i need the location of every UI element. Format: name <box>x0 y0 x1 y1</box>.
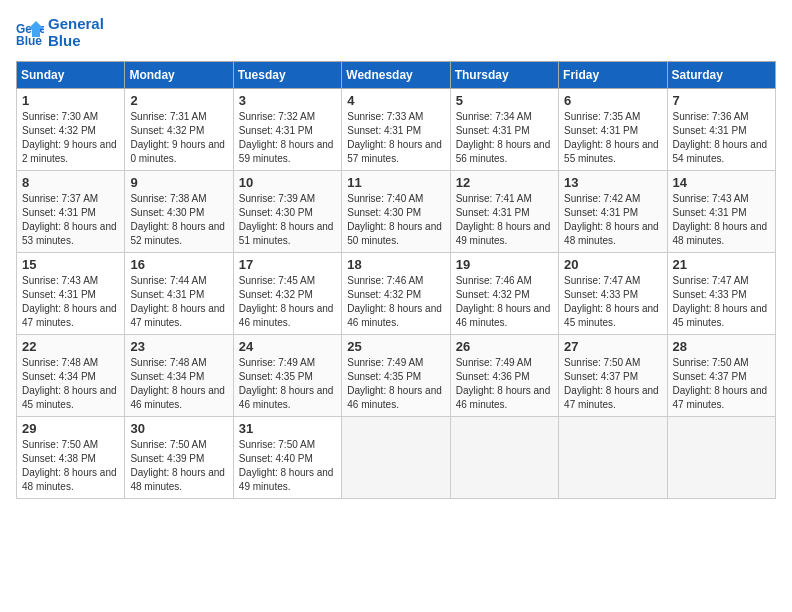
day-number: 7 <box>673 93 770 108</box>
day-detail: Sunrise: 7:48 AMSunset: 4:34 PMDaylight:… <box>22 356 119 412</box>
day-detail: Sunrise: 7:47 AMSunset: 4:33 PMDaylight:… <box>564 274 661 330</box>
day-detail: Sunrise: 7:46 AMSunset: 4:32 PMDaylight:… <box>456 274 553 330</box>
calendar-cell <box>559 417 667 499</box>
day-detail: Sunrise: 7:49 AMSunset: 4:35 PMDaylight:… <box>239 356 336 412</box>
weekday-header-monday: Monday <box>125 62 233 89</box>
day-detail: Sunrise: 7:42 AMSunset: 4:31 PMDaylight:… <box>564 192 661 248</box>
calendar-cell: 16Sunrise: 7:44 AMSunset: 4:31 PMDayligh… <box>125 253 233 335</box>
calendar-cell: 19Sunrise: 7:46 AMSunset: 4:32 PMDayligh… <box>450 253 558 335</box>
day-number: 10 <box>239 175 336 190</box>
day-detail: Sunrise: 7:33 AMSunset: 4:31 PMDaylight:… <box>347 110 444 166</box>
calendar-week-2: 8Sunrise: 7:37 AMSunset: 4:31 PMDaylight… <box>17 171 776 253</box>
weekday-header-thursday: Thursday <box>450 62 558 89</box>
day-number: 29 <box>22 421 119 436</box>
day-detail: Sunrise: 7:40 AMSunset: 4:30 PMDaylight:… <box>347 192 444 248</box>
logo-icon: General Blue <box>16 19 44 47</box>
calendar-cell: 6Sunrise: 7:35 AMSunset: 4:31 PMDaylight… <box>559 89 667 171</box>
calendar-week-1: 1Sunrise: 7:30 AMSunset: 4:32 PMDaylight… <box>17 89 776 171</box>
day-detail: Sunrise: 7:48 AMSunset: 4:34 PMDaylight:… <box>130 356 227 412</box>
calendar-body: 1Sunrise: 7:30 AMSunset: 4:32 PMDaylight… <box>17 89 776 499</box>
calendar-cell: 3Sunrise: 7:32 AMSunset: 4:31 PMDaylight… <box>233 89 341 171</box>
calendar-cell: 10Sunrise: 7:39 AMSunset: 4:30 PMDayligh… <box>233 171 341 253</box>
day-detail: Sunrise: 7:35 AMSunset: 4:31 PMDaylight:… <box>564 110 661 166</box>
day-detail: Sunrise: 7:32 AMSunset: 4:31 PMDaylight:… <box>239 110 336 166</box>
day-detail: Sunrise: 7:37 AMSunset: 4:31 PMDaylight:… <box>22 192 119 248</box>
day-number: 12 <box>456 175 553 190</box>
day-number: 1 <box>22 93 119 108</box>
day-number: 23 <box>130 339 227 354</box>
day-detail: Sunrise: 7:49 AMSunset: 4:36 PMDaylight:… <box>456 356 553 412</box>
calendar-cell: 21Sunrise: 7:47 AMSunset: 4:33 PMDayligh… <box>667 253 775 335</box>
day-number: 17 <box>239 257 336 272</box>
calendar-cell: 7Sunrise: 7:36 AMSunset: 4:31 PMDaylight… <box>667 89 775 171</box>
calendar-cell: 8Sunrise: 7:37 AMSunset: 4:31 PMDaylight… <box>17 171 125 253</box>
logo: General Blue GeneralBlue <box>16 16 104 49</box>
day-detail: Sunrise: 7:50 AMSunset: 4:37 PMDaylight:… <box>564 356 661 412</box>
calendar-cell <box>450 417 558 499</box>
calendar-cell: 4Sunrise: 7:33 AMSunset: 4:31 PMDaylight… <box>342 89 450 171</box>
calendar-cell: 23Sunrise: 7:48 AMSunset: 4:34 PMDayligh… <box>125 335 233 417</box>
calendar-cell: 29Sunrise: 7:50 AMSunset: 4:38 PMDayligh… <box>17 417 125 499</box>
weekday-header-tuesday: Tuesday <box>233 62 341 89</box>
day-detail: Sunrise: 7:36 AMSunset: 4:31 PMDaylight:… <box>673 110 770 166</box>
day-number: 16 <box>130 257 227 272</box>
day-number: 25 <box>347 339 444 354</box>
day-number: 5 <box>456 93 553 108</box>
calendar-cell: 14Sunrise: 7:43 AMSunset: 4:31 PMDayligh… <box>667 171 775 253</box>
day-detail: Sunrise: 7:46 AMSunset: 4:32 PMDaylight:… <box>347 274 444 330</box>
day-detail: Sunrise: 7:38 AMSunset: 4:30 PMDaylight:… <box>130 192 227 248</box>
calendar-cell: 5Sunrise: 7:34 AMSunset: 4:31 PMDaylight… <box>450 89 558 171</box>
day-number: 15 <box>22 257 119 272</box>
day-detail: Sunrise: 7:50 AMSunset: 4:40 PMDaylight:… <box>239 438 336 494</box>
day-detail: Sunrise: 7:30 AMSunset: 4:32 PMDaylight:… <box>22 110 119 166</box>
day-detail: Sunrise: 7:45 AMSunset: 4:32 PMDaylight:… <box>239 274 336 330</box>
day-number: 6 <box>564 93 661 108</box>
day-detail: Sunrise: 7:44 AMSunset: 4:31 PMDaylight:… <box>130 274 227 330</box>
calendar-cell <box>342 417 450 499</box>
day-detail: Sunrise: 7:39 AMSunset: 4:30 PMDaylight:… <box>239 192 336 248</box>
calendar-cell: 12Sunrise: 7:41 AMSunset: 4:31 PMDayligh… <box>450 171 558 253</box>
calendar-cell: 30Sunrise: 7:50 AMSunset: 4:39 PMDayligh… <box>125 417 233 499</box>
calendar-cell <box>667 417 775 499</box>
calendar-header-row: SundayMondayTuesdayWednesdayThursdayFrid… <box>17 62 776 89</box>
day-number: 26 <box>456 339 553 354</box>
calendar-cell: 25Sunrise: 7:49 AMSunset: 4:35 PMDayligh… <box>342 335 450 417</box>
logo-text: GeneralBlue <box>48 16 104 49</box>
day-number: 19 <box>456 257 553 272</box>
calendar-cell: 24Sunrise: 7:49 AMSunset: 4:35 PMDayligh… <box>233 335 341 417</box>
day-number: 27 <box>564 339 661 354</box>
day-detail: Sunrise: 7:41 AMSunset: 4:31 PMDaylight:… <box>456 192 553 248</box>
day-detail: Sunrise: 7:50 AMSunset: 4:38 PMDaylight:… <box>22 438 119 494</box>
day-number: 21 <box>673 257 770 272</box>
calendar-cell: 27Sunrise: 7:50 AMSunset: 4:37 PMDayligh… <box>559 335 667 417</box>
page-header: General Blue GeneralBlue <box>16 16 776 49</box>
calendar-cell: 26Sunrise: 7:49 AMSunset: 4:36 PMDayligh… <box>450 335 558 417</box>
day-number: 24 <box>239 339 336 354</box>
day-detail: Sunrise: 7:50 AMSunset: 4:39 PMDaylight:… <box>130 438 227 494</box>
weekday-header-wednesday: Wednesday <box>342 62 450 89</box>
calendar-cell: 1Sunrise: 7:30 AMSunset: 4:32 PMDaylight… <box>17 89 125 171</box>
day-detail: Sunrise: 7:47 AMSunset: 4:33 PMDaylight:… <box>673 274 770 330</box>
day-detail: Sunrise: 7:43 AMSunset: 4:31 PMDaylight:… <box>22 274 119 330</box>
day-detail: Sunrise: 7:34 AMSunset: 4:31 PMDaylight:… <box>456 110 553 166</box>
day-number: 20 <box>564 257 661 272</box>
day-number: 31 <box>239 421 336 436</box>
calendar-week-4: 22Sunrise: 7:48 AMSunset: 4:34 PMDayligh… <box>17 335 776 417</box>
calendar-cell: 15Sunrise: 7:43 AMSunset: 4:31 PMDayligh… <box>17 253 125 335</box>
weekday-header-friday: Friday <box>559 62 667 89</box>
calendar-table: SundayMondayTuesdayWednesdayThursdayFrid… <box>16 61 776 499</box>
day-detail: Sunrise: 7:43 AMSunset: 4:31 PMDaylight:… <box>673 192 770 248</box>
day-number: 2 <box>130 93 227 108</box>
calendar-week-5: 29Sunrise: 7:50 AMSunset: 4:38 PMDayligh… <box>17 417 776 499</box>
day-number: 11 <box>347 175 444 190</box>
day-detail: Sunrise: 7:49 AMSunset: 4:35 PMDaylight:… <box>347 356 444 412</box>
day-number: 4 <box>347 93 444 108</box>
calendar-cell: 2Sunrise: 7:31 AMSunset: 4:32 PMDaylight… <box>125 89 233 171</box>
day-detail: Sunrise: 7:31 AMSunset: 4:32 PMDaylight:… <box>130 110 227 166</box>
weekday-header-saturday: Saturday <box>667 62 775 89</box>
calendar-cell: 28Sunrise: 7:50 AMSunset: 4:37 PMDayligh… <box>667 335 775 417</box>
day-number: 30 <box>130 421 227 436</box>
day-number: 22 <box>22 339 119 354</box>
day-number: 3 <box>239 93 336 108</box>
calendar-cell: 9Sunrise: 7:38 AMSunset: 4:30 PMDaylight… <box>125 171 233 253</box>
